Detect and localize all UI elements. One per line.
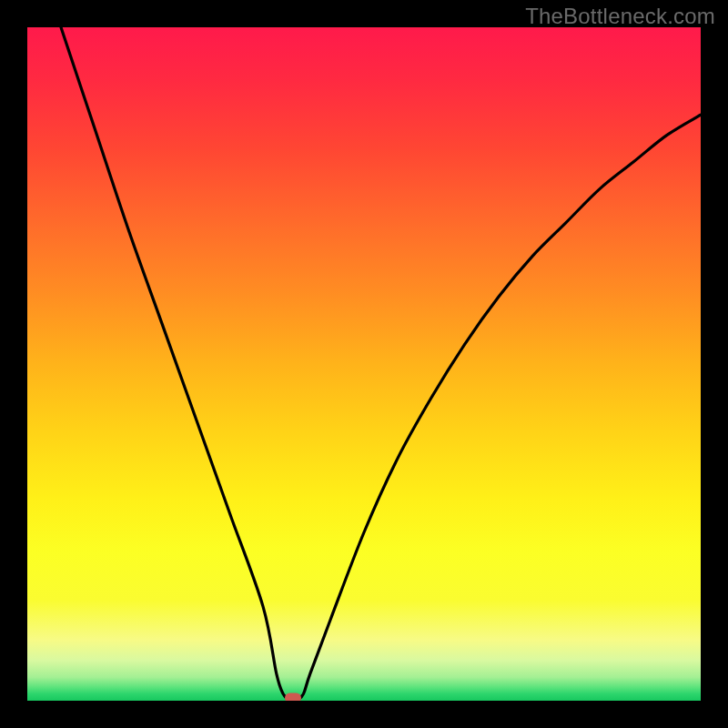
plot-area [27, 27, 701, 701]
watermark-text: TheBottleneck.com [525, 4, 715, 29]
bottleneck-curve [27, 27, 701, 701]
minimum-marker [285, 693, 301, 702]
chart-root: TheBottleneck.com [0, 0, 728, 728]
